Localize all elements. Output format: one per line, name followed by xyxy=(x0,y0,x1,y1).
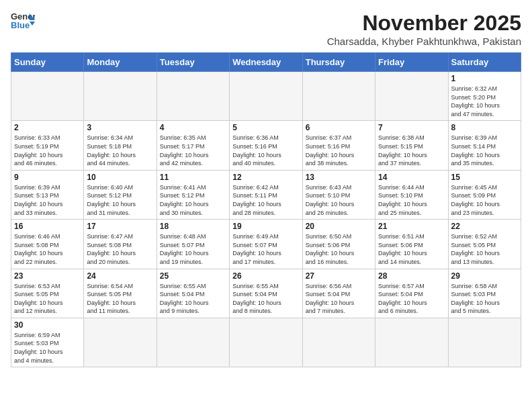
day-number: 16 xyxy=(14,222,81,231)
day-number: 9 xyxy=(14,173,81,182)
calendar-cell: 23Sunrise: 6:53 AM Sunset: 5:05 PM Dayli… xyxy=(11,269,84,318)
calendar-cell xyxy=(230,72,302,121)
day-number: 4 xyxy=(160,123,226,132)
day-number: 20 xyxy=(306,222,372,231)
day-info: Sunrise: 6:59 AM Sunset: 5:03 PM Dayligh… xyxy=(14,331,81,365)
day-info: Sunrise: 6:53 AM Sunset: 5:05 PM Dayligh… xyxy=(14,282,81,316)
day-info: Sunrise: 6:36 AM Sunset: 5:16 PM Dayligh… xyxy=(232,134,299,167)
weekday-header-row: Sunday Monday Tuesday Wednesday Thursday… xyxy=(11,53,521,72)
day-number: 2 xyxy=(14,123,81,132)
day-info: Sunrise: 6:48 AM Sunset: 5:07 PM Dayligh… xyxy=(160,232,226,266)
logo-icon: General Blue xyxy=(11,11,35,31)
day-number: 26 xyxy=(232,271,299,281)
day-number: 15 xyxy=(451,173,518,182)
day-number: 25 xyxy=(160,271,226,281)
calendar-cell: 18Sunrise: 6:48 AM Sunset: 5:07 PM Dayli… xyxy=(157,220,229,269)
day-number: 29 xyxy=(451,271,518,281)
day-info: Sunrise: 6:37 AM Sunset: 5:16 PM Dayligh… xyxy=(306,134,372,167)
day-info: Sunrise: 6:44 AM Sunset: 5:10 PM Dayligh… xyxy=(378,183,445,217)
day-info: Sunrise: 6:45 AM Sunset: 5:09 PM Dayligh… xyxy=(451,183,518,217)
calendar-table: Sunday Monday Tuesday Wednesday Thursday… xyxy=(11,52,521,367)
calendar-cell xyxy=(375,318,448,367)
day-info: Sunrise: 6:56 AM Sunset: 5:04 PM Dayligh… xyxy=(306,282,372,316)
day-info: Sunrise: 6:46 AM Sunset: 5:08 PM Dayligh… xyxy=(14,232,81,266)
day-info: Sunrise: 6:34 AM Sunset: 5:18 PM Dayligh… xyxy=(87,134,153,167)
day-info: Sunrise: 6:52 AM Sunset: 5:05 PM Dayligh… xyxy=(451,232,518,266)
calendar-cell xyxy=(230,318,302,367)
day-number: 27 xyxy=(306,271,372,281)
day-number: 12 xyxy=(232,173,299,182)
day-info: Sunrise: 6:50 AM Sunset: 5:06 PM Dayligh… xyxy=(306,232,372,266)
calendar-cell xyxy=(11,72,84,121)
header-monday: Monday xyxy=(84,53,157,72)
day-info: Sunrise: 6:57 AM Sunset: 5:04 PM Dayligh… xyxy=(378,282,445,316)
day-info: Sunrise: 6:43 AM Sunset: 5:10 PM Dayligh… xyxy=(306,183,372,217)
month-title: November 2025 xyxy=(327,11,521,36)
calendar-cell: 15Sunrise: 6:45 AM Sunset: 5:09 PM Dayli… xyxy=(448,170,521,219)
day-info: Sunrise: 6:55 AM Sunset: 5:04 PM Dayligh… xyxy=(160,282,226,316)
calendar-cell: 19Sunrise: 6:49 AM Sunset: 5:07 PM Dayli… xyxy=(230,220,302,269)
day-info: Sunrise: 6:54 AM Sunset: 5:05 PM Dayligh… xyxy=(87,282,153,316)
day-number: 21 xyxy=(378,222,445,231)
day-number: 30 xyxy=(14,320,81,330)
calendar-cell: 8Sunrise: 6:39 AM Sunset: 5:14 PM Daylig… xyxy=(448,121,521,170)
calendar-cell: 13Sunrise: 6:43 AM Sunset: 5:10 PM Dayli… xyxy=(302,170,375,219)
location-title: Charsadda, Khyber Pakhtunkhwa, Pakistan xyxy=(327,36,521,47)
day-number: 18 xyxy=(160,222,226,231)
header-saturday: Saturday xyxy=(448,53,521,72)
day-number: 22 xyxy=(451,222,518,231)
calendar-cell: 9Sunrise: 6:39 AM Sunset: 5:13 PM Daylig… xyxy=(11,170,84,219)
calendar-cell: 24Sunrise: 6:54 AM Sunset: 5:05 PM Dayli… xyxy=(84,269,157,318)
calendar-cell: 21Sunrise: 6:51 AM Sunset: 5:06 PM Dayli… xyxy=(375,220,448,269)
page-header: General Blue November 2025 Charsadda, Kh… xyxy=(11,11,521,47)
calendar-cell: 20Sunrise: 6:50 AM Sunset: 5:06 PM Dayli… xyxy=(302,220,375,269)
day-number: 13 xyxy=(306,173,372,182)
calendar-cell: 3Sunrise: 6:34 AM Sunset: 5:18 PM Daylig… xyxy=(84,121,157,170)
header-sunday: Sunday xyxy=(11,53,84,72)
day-number: 8 xyxy=(451,123,518,132)
calendar-cell: 22Sunrise: 6:52 AM Sunset: 5:05 PM Dayli… xyxy=(448,220,521,269)
calendar-cell xyxy=(84,72,157,121)
calendar-cell: 25Sunrise: 6:55 AM Sunset: 5:04 PM Dayli… xyxy=(157,269,229,318)
calendar-cell: 28Sunrise: 6:57 AM Sunset: 5:04 PM Dayli… xyxy=(375,269,448,318)
calendar-cell xyxy=(375,72,448,121)
calendar-cell: 4Sunrise: 6:35 AM Sunset: 5:17 PM Daylig… xyxy=(157,121,229,170)
day-info: Sunrise: 6:41 AM Sunset: 5:12 PM Dayligh… xyxy=(160,183,226,217)
day-number: 11 xyxy=(160,173,226,182)
day-number: 6 xyxy=(306,123,372,132)
day-number: 28 xyxy=(378,271,445,281)
calendar-cell: 30Sunrise: 6:59 AM Sunset: 5:03 PM Dayli… xyxy=(11,318,84,367)
svg-marker-3 xyxy=(30,21,35,26)
day-info: Sunrise: 6:33 AM Sunset: 5:19 PM Dayligh… xyxy=(14,134,81,167)
day-number: 5 xyxy=(232,123,299,132)
day-info: Sunrise: 6:39 AM Sunset: 5:14 PM Dayligh… xyxy=(451,134,518,167)
header-wednesday: Wednesday xyxy=(230,53,302,72)
day-info: Sunrise: 6:39 AM Sunset: 5:13 PM Dayligh… xyxy=(14,183,81,217)
calendar-cell: 7Sunrise: 6:38 AM Sunset: 5:15 PM Daylig… xyxy=(375,121,448,170)
calendar-cell xyxy=(448,318,521,367)
calendar-cell: 1Sunrise: 6:32 AM Sunset: 5:20 PM Daylig… xyxy=(448,72,521,121)
day-info: Sunrise: 6:47 AM Sunset: 5:08 PM Dayligh… xyxy=(87,232,153,266)
day-number: 19 xyxy=(232,222,299,231)
day-info: Sunrise: 6:40 AM Sunset: 5:12 PM Dayligh… xyxy=(87,183,153,217)
header-thursday: Thursday xyxy=(302,53,375,72)
calendar-cell: 6Sunrise: 6:37 AM Sunset: 5:16 PM Daylig… xyxy=(302,121,375,170)
day-number: 14 xyxy=(378,173,445,182)
calendar-cell xyxy=(302,318,375,367)
calendar-cell: 5Sunrise: 6:36 AM Sunset: 5:16 PM Daylig… xyxy=(230,121,302,170)
day-number: 1 xyxy=(451,74,518,83)
day-info: Sunrise: 6:58 AM Sunset: 5:03 PM Dayligh… xyxy=(451,282,518,316)
calendar-cell: 10Sunrise: 6:40 AM Sunset: 5:12 PM Dayli… xyxy=(84,170,157,219)
day-info: Sunrise: 6:42 AM Sunset: 5:11 PM Dayligh… xyxy=(232,183,299,217)
calendar-cell: 14Sunrise: 6:44 AM Sunset: 5:10 PM Dayli… xyxy=(375,170,448,219)
calendar-cell xyxy=(84,318,157,367)
calendar-cell xyxy=(302,72,375,121)
day-info: Sunrise: 6:51 AM Sunset: 5:06 PM Dayligh… xyxy=(378,232,445,266)
day-number: 17 xyxy=(87,222,153,231)
calendar-cell: 27Sunrise: 6:56 AM Sunset: 5:04 PM Dayli… xyxy=(302,269,375,318)
title-area: November 2025 Charsadda, Khyber Pakhtunk… xyxy=(327,11,521,47)
calendar-cell xyxy=(157,318,229,367)
calendar-cell: 2Sunrise: 6:33 AM Sunset: 5:19 PM Daylig… xyxy=(11,121,84,170)
calendar-cell: 26Sunrise: 6:55 AM Sunset: 5:04 PM Dayli… xyxy=(230,269,302,318)
day-number: 7 xyxy=(378,123,445,132)
